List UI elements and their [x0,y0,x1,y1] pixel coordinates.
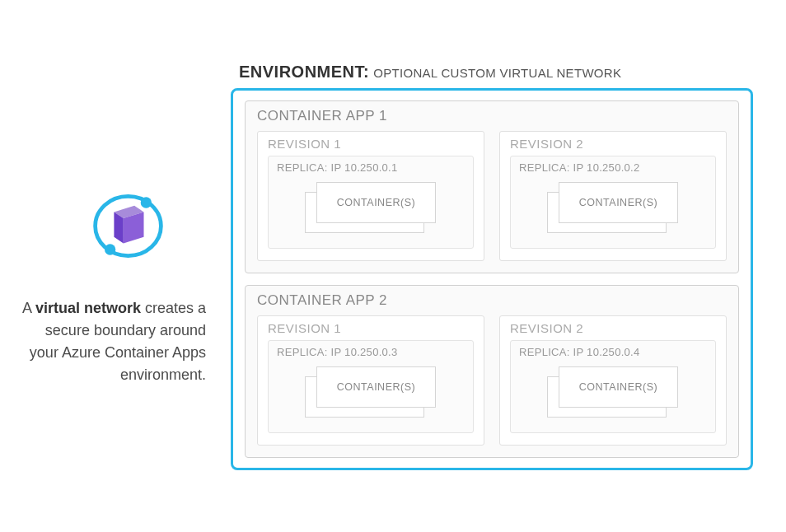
replica-box: REPLICA: IP 10.250.0.4 CONTAINER(S) [510,340,716,433]
replica-label: REPLICA: IP 10.250.0.2 [519,161,707,174]
containers-stack: CONTAINER(S) [547,182,679,233]
revision-box: REVISION 2 REPLICA: IP 10.250.0.2 CONTAI… [499,131,727,261]
revision-title: REVISION 1 [268,321,474,335]
replica-label: REPLICA: IP 10.250.0.1 [277,161,465,174]
environment-title: ENVIRONMENT: OPTIONAL CUSTOM VIRTUAL NET… [231,63,753,82]
revision-title: REVISION 2 [510,321,716,335]
caption-bold: virtual network [35,300,141,316]
svg-point-2 [105,244,115,254]
container-app-2-revisions: REVISION 1 REPLICA: IP 10.250.0.3 CONTAI… [257,315,727,446]
main-diagram: ENVIRONMENT: OPTIONAL CUSTOM VIRTUAL NET… [231,63,753,470]
caption-prefix: A [22,300,35,316]
replica-label: REPLICA: IP 10.250.0.4 [519,346,707,358]
replica-box: REPLICA: IP 10.250.0.3 CONTAINER(S) [268,340,474,433]
svg-point-1 [140,197,151,208]
container-box-front: CONTAINER(S) [559,182,678,223]
replica-label: REPLICA: IP 10.250.0.3 [277,346,465,358]
environment-subtitle: OPTIONAL CUSTOM VIRTUAL NETWORK [373,66,621,80]
container-box-front: CONTAINER(S) [316,366,436,408]
containers-stack: CONTAINER(S) [547,366,679,418]
container-app-1: CONTAINER APP 1 REVISION 1 REPLICA: IP 1… [245,100,739,273]
container-app-1-revisions: REVISION 1 REPLICA: IP 10.250.0.1 CONTAI… [257,131,727,261]
sidebar: A virtual network creates a secure bound… [16,146,231,386]
container-app-2: CONTAINER APP 2 REVISION 1 REPLICA: IP 1… [245,285,739,458]
revision-box: REVISION 1 REPLICA: IP 10.250.0.1 CONTAI… [257,131,484,261]
revision-box: REVISION 2 REPLICA: IP 10.250.0.4 CONTAI… [499,315,727,446]
container-box-front: CONTAINER(S) [316,182,436,223]
containers-stack: CONTAINER(S) [305,182,437,233]
environment-box: CONTAINER APP 1 REVISION 1 REPLICA: IP 1… [231,88,753,470]
replica-box: REPLICA: IP 10.250.0.1 CONTAINER(S) [268,156,474,249]
container-box-front: CONTAINER(S) [559,366,678,408]
revision-box: REVISION 1 REPLICA: IP 10.250.0.3 CONTAI… [257,315,484,446]
container-app-1-title: CONTAINER APP 1 [257,108,727,124]
caption-text: A virtual network creates a secure bound… [16,297,206,386]
vnet-icon [89,187,167,268]
container-app-2-title: CONTAINER APP 2 [257,292,727,309]
environment-label: ENVIRONMENT: [239,63,369,81]
replica-box: REPLICA: IP 10.250.0.2 CONTAINER(S) [510,156,716,249]
revision-title: REVISION 1 [268,137,474,151]
containers-stack: CONTAINER(S) [305,366,437,418]
revision-title: REVISION 2 [510,137,716,151]
